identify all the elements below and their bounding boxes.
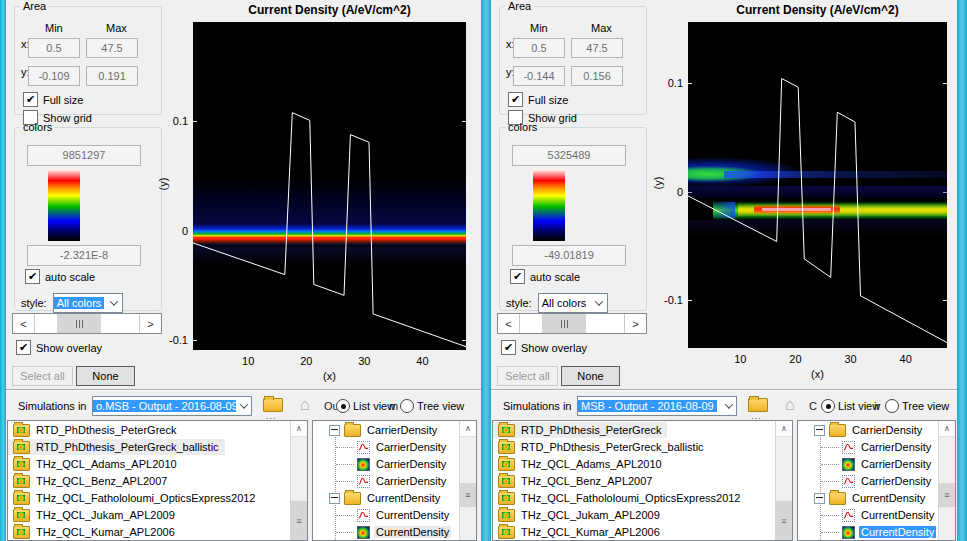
list-item[interactable]: THz_QCL_Jukam_APL2009 (493, 507, 666, 523)
tree-node-dataset[interactable]: CurrentDensity (313, 524, 460, 540)
tree-node-folder[interactable]: CurrentDensity (313, 490, 460, 506)
panel-splitter[interactable] (481, 0, 491, 541)
style-combobox[interactable]: All colors (53, 293, 123, 313)
collapse-icon[interactable] (329, 425, 340, 436)
x-max-field[interactable]: 47.5 (86, 38, 138, 58)
list-item[interactable]: THz_QCL_Jukam_APL2009 (8, 507, 181, 523)
scrollbar-thumb[interactable]: ≡ (939, 483, 955, 507)
y-min-field[interactable]: -0.109 (28, 66, 80, 86)
scroll-left-arrow[interactable]: < (498, 314, 520, 333)
simulations-combobox[interactable]: o.MSB - Output - 2016-08-09 (92, 396, 252, 416)
color-min-field[interactable]: -2.321E-8 (27, 245, 141, 266)
list-item[interactable]: THz_QCL_Benz_APL2007 (493, 473, 658, 489)
min-column-header: Min (45, 22, 63, 34)
list-item[interactable]: THz_QCL_Fathololoumi_OpticsExpress2012 (8, 490, 262, 506)
y-max-field[interactable]: 0.156 (571, 66, 623, 86)
collapse-icon[interactable] (329, 493, 340, 504)
scroll-up-arrow[interactable]: ∧ (939, 421, 955, 437)
x-min-field[interactable]: 0.5 (28, 38, 80, 58)
tree-node-folder[interactable]: CarrierDensity (313, 422, 460, 438)
tree-view-radio[interactable] (400, 399, 414, 413)
show-overlay-checkbox[interactable]: ✔Show overlay (16, 340, 102, 355)
scrollbar-thumb[interactable]: ≡ (291, 501, 307, 540)
list-item[interactable]: THz_QCL_Adams_APL2010 (8, 456, 183, 472)
style-combobox[interactable]: All colors (538, 293, 608, 313)
scroll-up-arrow[interactable]: ∧ (291, 421, 307, 437)
scrollbar-thumb[interactable]: ≡ (776, 501, 792, 540)
browse-folder-icon[interactable] (262, 394, 284, 412)
list-scrollbar[interactable]: ∧≡ (775, 421, 792, 540)
colors-group-label: colors (505, 121, 540, 133)
tree-node-dataset[interactable]: CarrierDensity (798, 473, 939, 489)
list-item[interactable]: THz_QCL_Kumar_APL2006 (493, 524, 666, 540)
full-size-checkbox[interactable]: ✔Full size (23, 92, 83, 107)
list-view-radio[interactable] (821, 399, 835, 413)
scrollbar-track[interactable] (35, 314, 139, 333)
scroll-up-arrow[interactable]: ∧ (776, 421, 792, 437)
scrollbar-thumb[interactable] (57, 314, 101, 333)
list-item[interactable]: RTD_PhDthesis_PeterGreck (493, 422, 667, 438)
tree-node-dataset[interactable]: CarrierDensity (313, 473, 460, 489)
clipped-text-fragment: ir (874, 400, 880, 412)
scroll-right-arrow[interactable]: > (624, 314, 646, 333)
scroll-left-arrow[interactable]: < (13, 314, 35, 333)
collapse-icon[interactable] (814, 425, 825, 436)
list-item[interactable]: THz_QCL_Kumar_APL2006 (8, 524, 181, 540)
color-max-field[interactable]: 9851297 (27, 145, 141, 166)
auto-scale-checkbox[interactable]: ✔auto scale (25, 269, 95, 284)
color-min-field[interactable]: -49.01819 (512, 245, 626, 266)
scrollbar-thumb[interactable]: ≡ (460, 483, 476, 507)
list-scrollbar[interactable]: ∧≡ (290, 421, 307, 540)
y-min-field[interactable]: -0.144 (513, 66, 565, 86)
tree-node-folder[interactable]: CurrentDensity (798, 490, 939, 506)
tree-node-dataset[interactable]: CurrentDensity (798, 524, 939, 540)
min-column-header: Min (530, 22, 548, 34)
tree-node-folder[interactable]: CarrierDensity (798, 422, 939, 438)
none-button[interactable]: None (76, 366, 135, 386)
x-tick-label: 20 (300, 355, 312, 367)
scroll-right-arrow[interactable]: > (139, 314, 161, 333)
list-item[interactable]: RTD_PhDthesis_PeterGreck (8, 422, 182, 438)
tree-view-label[interactable]: Tree view (902, 400, 949, 412)
tree-node-dataset[interactable]: CarrierDensity (798, 456, 939, 472)
tree-node-dataset[interactable]: CarrierDensity (313, 439, 460, 455)
simulations-list: RTD_PhDthesis_PeterGreckRTD_PhDthesis_Pe… (492, 420, 793, 541)
show-overlay-checkbox[interactable]: ✔Show overlay (501, 340, 587, 355)
frame-scrollbar[interactable]: < > (497, 313, 647, 334)
list-item[interactable]: THz_QCL_Benz_APL2007 (8, 473, 173, 489)
tree-view-label[interactable]: Tree view (417, 400, 464, 412)
frame-scrollbar[interactable]: < > (12, 313, 162, 334)
list-item[interactable]: THz_QCL_Adams_APL2010 (493, 456, 668, 472)
list-item[interactable]: THz_QCL_Fathololoumi_OpticsExpress2012 (493, 490, 747, 506)
scroll-up-arrow[interactable]: ∧ (460, 421, 476, 437)
x-max-field[interactable]: 47.5 (571, 38, 623, 58)
plot-canvas[interactable] (688, 22, 947, 348)
y-tick-label: 0.1 (152, 115, 188, 127)
tree-node-dataset[interactable]: CarrierDensity (313, 456, 460, 472)
collapse-icon[interactable] (814, 493, 825, 504)
select-all-button[interactable]: Select all (497, 366, 558, 386)
select-all-button[interactable]: Select all (12, 366, 73, 386)
simulations-combobox[interactable]: MSB - Output - 2016-08-09 (577, 396, 737, 416)
list-view-radio[interactable] (336, 399, 350, 413)
browse-folder-icon[interactable] (747, 394, 769, 412)
tree-node-dataset[interactable]: CurrentDensity (313, 507, 460, 523)
plot-canvas[interactable] (193, 22, 466, 350)
colormap-swatch (533, 169, 565, 241)
tree-node-dataset[interactable]: CurrentDensity (798, 507, 939, 523)
tree-node-dataset[interactable]: CarrierDensity (798, 439, 939, 455)
scrollbar-thumb[interactable] (542, 314, 586, 333)
tree-scrollbar[interactable]: ∧≡ (459, 421, 476, 540)
list-item[interactable]: RTD_PhDthesis_PeterGreck_ballistic (8, 439, 225, 455)
full-size-checkbox[interactable]: ✔Full size (508, 92, 568, 107)
folder-icon (13, 441, 30, 454)
y-max-field[interactable]: 0.191 (86, 66, 138, 86)
auto-scale-checkbox[interactable]: ✔auto scale (510, 269, 580, 284)
tree-scrollbar[interactable]: ∧≡ (938, 421, 955, 540)
x-min-field[interactable]: 0.5 (513, 38, 565, 58)
none-button[interactable]: None (561, 366, 620, 386)
tree-view-radio[interactable] (885, 399, 899, 413)
list-item[interactable]: RTD_PhDthesis_PeterGreck_ballistic (493, 439, 710, 455)
color-max-field[interactable]: 5325489 (512, 145, 626, 166)
scrollbar-track[interactable] (520, 314, 624, 333)
